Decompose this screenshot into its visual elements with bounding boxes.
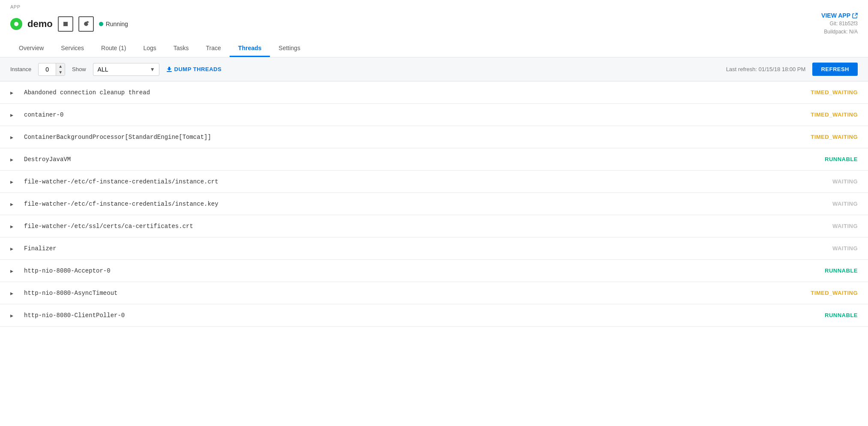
chevron-right-icon: ▸ — [10, 267, 17, 274]
threads-list: ▸ Abandoned connection cleanup thread TI… — [0, 81, 868, 327]
chevron-right-icon: ▸ — [10, 89, 17, 96]
thread-status: WAITING — [832, 223, 858, 229]
view-app-link[interactable]: VIEW APP — [821, 12, 858, 19]
tab-tasks[interactable]: Tasks — [165, 40, 198, 57]
thread-status: TIMED_WAITING — [811, 290, 858, 296]
thread-name: http-nio-8080-Acceptor-0 — [24, 267, 825, 274]
thread-name: file-watcher-/etc/ssl/certs/ca-certifica… — [24, 223, 832, 230]
tab-settings[interactable]: Settings — [270, 40, 309, 57]
thread-name: ContainerBackgroundProcessor[StandardEng… — [24, 134, 811, 141]
dump-threads-button[interactable]: DUMP THREADS — [166, 66, 222, 72]
stop-button[interactable] — [58, 16, 73, 32]
view-app-label: VIEW APP — [821, 12, 850, 19]
thread-row[interactable]: ▸ http-nio-8080-AsyncTimeout TIMED_WAITI… — [0, 282, 868, 304]
external-link-icon — [852, 13, 858, 18]
thread-name: http-nio-8080-AsyncTimeout — [24, 290, 811, 297]
app-title-left: demo Running — [10, 16, 128, 32]
thread-name: container-0 — [24, 111, 811, 118]
svg-marker-1 — [87, 21, 88, 23]
instance-label: Instance — [10, 66, 31, 72]
thread-name: file-watcher-/etc/cf-instance-credential… — [24, 178, 832, 185]
svg-rect-2 — [167, 71, 172, 72]
buildpack-info: Buildpack: N/A — [824, 28, 858, 36]
chevron-right-icon: ▸ — [10, 156, 17, 163]
thread-name: Finalizer — [24, 245, 832, 252]
thread-name: DestroyJavaVM — [24, 156, 825, 163]
thread-status: WAITING — [832, 178, 858, 185]
thread-row[interactable]: ▸ ContainerBackgroundProcessor[StandardE… — [0, 126, 868, 148]
thread-status: TIMED_WAITING — [811, 89, 858, 96]
thread-row[interactable]: ▸ file-watcher-/etc/cf-instance-credenti… — [0, 171, 868, 193]
thread-row[interactable]: ▸ Abandoned connection cleanup thread TI… — [0, 81, 868, 104]
chevron-right-icon: ▸ — [10, 134, 17, 141]
restart-icon — [83, 21, 89, 27]
app-power-icon[interactable] — [10, 18, 22, 30]
running-dot — [99, 22, 103, 26]
chevron-right-icon: ▸ — [10, 290, 17, 297]
app-meta: Git: 81b52f3 Buildpack: N/A — [824, 20, 858, 36]
tab-threads[interactable]: Threads — [230, 40, 270, 57]
app-name: demo — [27, 18, 53, 30]
restart-button[interactable] — [78, 16, 94, 32]
thread-row[interactable]: ▸ DestroyJavaVM RUNNABLE — [0, 148, 868, 171]
thread-status: RUNNABLE — [825, 267, 858, 274]
toolbar: Instance ▲ ▼ Show ALL RUNNABLE WAITING T… — [0, 57, 868, 81]
git-info: Git: 81b52f3 — [824, 20, 858, 28]
last-refresh: Last refresh: 01/15/18 18:00 PM — [726, 66, 806, 72]
thread-status: WAITING — [832, 245, 858, 252]
nav-tabs: Overview Services Route (1) Logs Tasks T… — [10, 40, 858, 57]
tab-services[interactable]: Services — [52, 40, 93, 57]
thread-row[interactable]: ▸ file-watcher-/etc/ssl/certs/ca-certifi… — [0, 215, 868, 237]
toolbar-right: Last refresh: 01/15/18 18:00 PM REFRESH — [726, 63, 858, 76]
show-label: Show — [72, 66, 86, 72]
thread-row[interactable]: ▸ http-nio-8080-Acceptor-0 RUNNABLE — [0, 260, 868, 282]
download-icon — [166, 66, 172, 72]
thread-status: TIMED_WAITING — [811, 134, 858, 140]
tab-trace[interactable]: Trace — [198, 40, 230, 57]
thread-name: file-watcher-/etc/cf-instance-credential… — [24, 201, 832, 207]
section-label: APP — [10, 4, 858, 9]
chevron-right-icon: ▸ — [10, 201, 17, 207]
running-badge: Running — [99, 21, 128, 27]
thread-name: Abandoned connection cleanup thread — [24, 89, 811, 96]
chevron-right-icon: ▸ — [10, 245, 17, 252]
thread-row[interactable]: ▸ http-nio-8080-ClientPoller-0 RUNNABLE — [0, 304, 868, 327]
app-title-row: demo Running VIEW APP Git — [10, 12, 858, 36]
thread-status: RUNNABLE — [825, 156, 858, 162]
header-right-top: VIEW APP Git: 81b52f3 Buildpack: N/A — [821, 12, 858, 36]
dump-label: DUMP THREADS — [174, 66, 222, 72]
thread-row[interactable]: ▸ container-0 TIMED_WAITING — [0, 104, 868, 126]
instance-decrement[interactable]: ▼ — [56, 69, 65, 75]
tab-logs[interactable]: Logs — [135, 40, 165, 57]
thread-status: TIMED_WAITING — [811, 111, 858, 118]
refresh-button[interactable]: REFRESH — [812, 63, 858, 76]
chevron-right-icon: ▸ — [10, 178, 17, 185]
instance-input-wrap: ▲ ▼ — [38, 63, 65, 76]
instance-input[interactable] — [39, 64, 56, 75]
tab-overview[interactable]: Overview — [10, 40, 52, 57]
chevron-right-icon: ▸ — [10, 223, 17, 230]
tab-routes[interactable]: Route (1) — [93, 40, 135, 57]
thread-status: WAITING — [832, 201, 858, 207]
chevron-right-icon: ▸ — [10, 111, 17, 118]
app-header: APP demo Running VIEW APP — [0, 0, 868, 57]
chevron-right-icon: ▸ — [10, 312, 17, 319]
running-label: Running — [106, 21, 128, 27]
svg-rect-0 — [63, 22, 68, 26]
show-select[interactable]: ALL RUNNABLE WAITING TIMED_WAITING BLOCK… — [93, 63, 159, 76]
thread-name: http-nio-8080-ClientPoller-0 — [24, 312, 825, 319]
thread-row[interactable]: ▸ file-watcher-/etc/cf-instance-credenti… — [0, 193, 868, 215]
instance-spinners: ▲ ▼ — [56, 63, 65, 75]
instance-increment[interactable]: ▲ — [56, 63, 65, 69]
show-select-wrap: ALL RUNNABLE WAITING TIMED_WAITING BLOCK… — [93, 63, 159, 76]
thread-row[interactable]: ▸ Finalizer WAITING — [0, 237, 868, 260]
stop-icon — [63, 21, 69, 27]
thread-status: RUNNABLE — [825, 312, 858, 318]
